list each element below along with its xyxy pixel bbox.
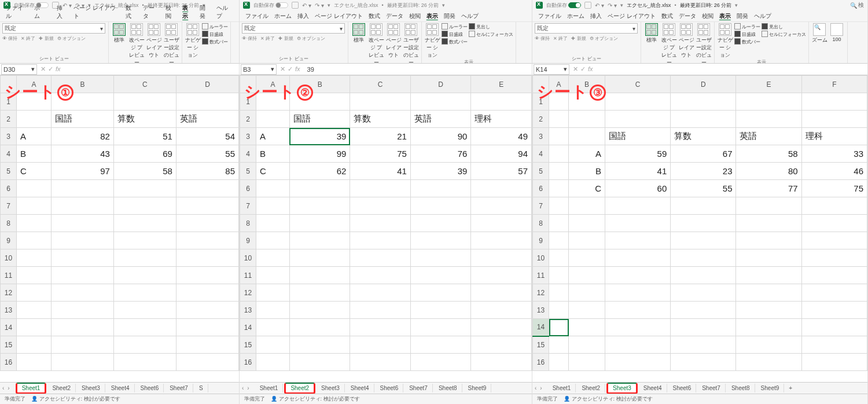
sheet-tab[interactable]: Sheet3 [606, 383, 638, 394]
menu-dev[interactable]: 開発 [737, 11, 748, 21]
navigation-button[interactable]: ナビゲー ション [424, 23, 440, 59]
autosave-switch[interactable] [36, 2, 49, 8]
options-button[interactable]: ⚙ オプション [590, 35, 618, 42]
save-icon[interactable] [292, 2, 299, 9]
keep-button[interactable]: 👁 保持 [2, 35, 17, 42]
normal-view-button[interactable]: 標準 [643, 23, 660, 44]
menu-help[interactable]: ヘルプ [461, 11, 479, 21]
sheet-tab[interactable]: Sheet8 [434, 384, 462, 392]
fx-icon[interactable]: fx [588, 65, 593, 73]
menu-insert[interactable]: 挿入 [57, 3, 68, 21]
menu-review[interactable]: 校閲 [409, 11, 421, 21]
menu-dev[interactable]: 開発 [444, 11, 455, 21]
tab-scroll-left-icon[interactable]: ‹ [242, 385, 244, 391]
sheet-tab[interactable]: Sheet7 [165, 384, 193, 392]
customview-button[interactable]: ユーザー設定 のビュー [163, 23, 179, 64]
keep-button[interactable]: 👁 保持 [535, 35, 550, 42]
spreadsheet-grid[interactable]: ABCDE 1 2国語算数英語理科 3A39219049 4B99757694 … [240, 75, 532, 371]
menu-home[interactable]: ホーム [274, 11, 292, 21]
customview-button[interactable]: ユーザー設定 のビュー [403, 23, 419, 64]
save-icon[interactable] [584, 2, 591, 9]
menu-insert[interactable]: 挿入 [590, 11, 602, 21]
cancel-fx-icon[interactable]: ✕ [280, 65, 285, 73]
fx-icon[interactable]: fx [295, 65, 300, 73]
tab-scroll-right-icon[interactable]: › [247, 385, 249, 391]
sheet-tab[interactable]: Sheet6 [136, 384, 164, 392]
formulabar-check[interactable]: 数式バー [734, 38, 760, 46]
pagelayout-button[interactable]: ページ レイアウト [678, 23, 694, 59]
pagebreak-button[interactable]: 改ページ プレビュー [128, 23, 145, 64]
menu-formula[interactable]: 数式 [126, 3, 137, 21]
ruler-check[interactable]: ルーラー [202, 23, 228, 31]
menu-help[interactable]: ヘルプ [216, 3, 233, 21]
navigation-button[interactable]: ナビゲー ション [185, 23, 201, 59]
zoom-button[interactable]: 🔍ズーム [811, 23, 827, 44]
formula-bar[interactable]: 39 [304, 66, 314, 73]
menu-data[interactable]: データ [679, 11, 696, 21]
zoom100-button[interactable]: 100 [829, 23, 845, 42]
tab-scroll-left-icon[interactable]: ‹ [2, 385, 4, 391]
enter-fx-icon[interactable]: ✓ [580, 65, 586, 73]
menu-layout[interactable]: ページ レイアウト [315, 11, 363, 21]
sheet-tab[interactable]: Sheet3 [317, 384, 345, 392]
menu-review[interactable]: 校閲 [165, 3, 176, 21]
redo-icon[interactable]: ↷ ▾ [315, 2, 324, 9]
enter-fx-icon[interactable]: ✓ [48, 65, 53, 73]
menu-view[interactable]: 表示 [426, 11, 438, 21]
name-box[interactable]: B3▾ [241, 64, 277, 75]
cancel-fx-icon[interactable]: ✕ [41, 65, 46, 73]
normal-view-button[interactable]: 標準 [111, 23, 127, 44]
menu-layout[interactable]: ページ レイアウト [73, 3, 120, 21]
menu-formula[interactable]: 数式 [661, 11, 673, 21]
keep-button[interactable]: 👁 保持 [242, 35, 257, 42]
navigation-button[interactable]: ナビゲー ション [717, 23, 733, 59]
sheet-tab[interactable]: Sheet1 [16, 383, 47, 394]
gridlines-check[interactable]: 目盛線 [442, 31, 463, 38]
menu-home[interactable]: ホーム [567, 11, 584, 21]
menu-view[interactable]: 表示 [182, 3, 193, 21]
sheet-tab[interactable]: Sheet4 [106, 384, 135, 392]
sheet-tab[interactable]: Sheet1 [255, 384, 284, 392]
sheet-tab[interactable]: Sheet6 [668, 384, 697, 392]
spreadsheet-grid[interactable]: ABCDEF 1 2 3国語算数英語理科 4A59675833 5B412380… [532, 75, 867, 371]
sheetview-dropdown[interactable]: 既定▾ [535, 23, 638, 34]
gridlines-check[interactable]: 目盛線 [202, 31, 223, 38]
menu-file[interactable]: ファイル [538, 11, 561, 21]
sheet-tab[interactable]: Sheet2 [47, 384, 76, 392]
sheetview-dropdown[interactable]: 既定▾ [2, 23, 105, 34]
menu-insert[interactable]: 挿入 [297, 11, 309, 21]
search-box[interactable]: 🔍 検 [850, 1, 864, 9]
focus-check[interactable]: セルにフォーカス [762, 31, 806, 38]
undo-icon[interactable]: ↶ ▾ [595, 2, 604, 9]
autosave-switch[interactable] [568, 2, 581, 8]
name-box[interactable]: D30▾ [1, 64, 37, 75]
sheet-tab[interactable]: Sheet8 [727, 384, 755, 392]
menu-view[interactable]: 表示 [719, 11, 731, 21]
sheet-tab[interactable]: Sheet2 [284, 383, 315, 394]
tab-scroll-left-icon[interactable]: ‹ [535, 385, 536, 391]
sheet-tab[interactable]: Sheet7 [404, 384, 433, 392]
new-button[interactable]: ✚ 新規 [571, 35, 586, 42]
menu-file[interactable]: ファイル [245, 11, 269, 21]
menu-help[interactable]: ヘルプ [754, 11, 771, 21]
headings-check[interactable]: 見出し [762, 23, 783, 31]
sheet-tab[interactable]: Sheet9 [464, 384, 492, 392]
sheetview-dropdown[interactable]: 既定▾ [242, 23, 345, 34]
spreadsheet-grid[interactable]: ABCD 1 2国語算数英語 3A825154 4B436955 5C97588… [0, 75, 239, 371]
formulabar-check[interactable]: 数式バー [442, 38, 468, 46]
headings-check[interactable]: 見出し [469, 23, 490, 31]
gridlines-check[interactable]: 目盛線 [734, 31, 756, 38]
exit-button[interactable]: ✕ 終了 [260, 35, 275, 42]
ruler-check[interactable]: ルーラー [734, 23, 760, 31]
new-button[interactable]: ✚ 新規 [39, 35, 53, 42]
menu-data[interactable]: データ [386, 11, 403, 21]
menu-layout[interactable]: ページ レイアウト [608, 11, 656, 21]
ruler-check[interactable]: ルーラー [442, 23, 468, 31]
menu-dev[interactable]: 開発 [200, 3, 211, 21]
options-button[interactable]: ⚙ オプション [57, 35, 86, 42]
sheet-tab[interactable]: Sheet3 [77, 384, 105, 392]
sheet-tab[interactable]: Sheet1 [548, 384, 576, 392]
normal-view-button[interactable]: 標準 [351, 23, 367, 44]
pagelayout-button[interactable]: ページ レイアウト [146, 23, 162, 59]
name-box[interactable]: K14▾ [534, 64, 569, 75]
